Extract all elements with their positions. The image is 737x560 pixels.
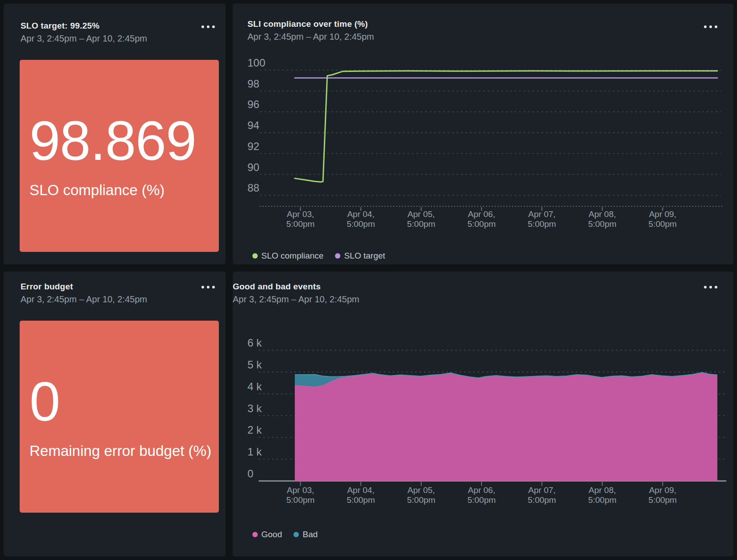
y-axis-label: 92 (247, 140, 260, 152)
panel-error-budget: Error budget Apr 3, 2:45pm – Apr 10, 2:4… (4, 272, 226, 556)
legend-dot-icon (335, 253, 340, 259)
legend-label: Bad (302, 530, 318, 539)
slo-compliance-value-label: SLO compliance (%) (29, 182, 219, 199)
chart-legend: SLO compliance SLO target (252, 251, 385, 261)
good-bad-events-chart[interactable]: 6 k5 k4 k3 k2 k1 k0Apr 03,5:00pmApr 04,5… (233, 272, 733, 556)
x-axis-label: Apr 09, (649, 485, 676, 495)
y-axis-label: 6 k (247, 337, 262, 349)
legend-dot-icon (252, 253, 258, 259)
panel-time-range: Apr 3, 2:45pm – Apr 10, 2:45pm (21, 33, 194, 44)
error-budget-card: 0 Remaining error budget (%) (20, 321, 219, 513)
legend-dot-icon (293, 532, 299, 537)
x-axis-label: 5:00pm (347, 219, 375, 229)
y-axis-label: 94 (247, 119, 260, 131)
x-axis-label: Apr 03, (287, 485, 314, 495)
panel-header: Error budget Apr 3, 2:45pm – Apr 10, 2:4… (4, 272, 226, 305)
panel-time-range: Apr 3, 2:45pm – Apr 10, 2:45pm (21, 294, 194, 305)
x-axis-label: 5:00pm (528, 219, 556, 229)
y-axis-label: 0 (247, 468, 253, 480)
panel-slo-target: SLO target: 99.25% Apr 3, 2:45pm – Apr 1… (4, 4, 226, 264)
x-axis-label: 5:00pm (286, 219, 314, 229)
x-axis-label: Apr 09, (649, 209, 676, 219)
y-axis-label: 100 (247, 57, 265, 69)
y-axis-label: 5 k (247, 359, 262, 371)
panel-time-range: Apr 3, 2:45pm – Apr 10, 2:45pm (247, 31, 702, 42)
x-axis-label: 5:00pm (286, 495, 314, 505)
slo-dashboard: SLO target: 99.25% Apr 3, 2:45pm – Apr 1… (0, 0, 737, 560)
x-axis-label: Apr 06, (468, 209, 495, 219)
chart-legend: Good Bad (252, 530, 318, 539)
series-line-slo-compliance (295, 71, 717, 182)
panel-header: SLI compliance over time (%) Apr 3, 2:45… (233, 4, 733, 42)
y-axis-label: 90 (247, 161, 260, 173)
x-axis-label: 5:00pm (467, 219, 495, 229)
panel-title: SLI compliance over time (%) (247, 19, 702, 29)
panel-good-bad-events: 6 k5 k4 k3 k2 k1 k0Apr 03,5:00pmApr 04,5… (233, 272, 733, 556)
x-axis-label: Apr 08, (589, 485, 616, 495)
legend-label: SLO compliance (261, 251, 323, 261)
x-axis-label: 5:00pm (588, 495, 616, 505)
y-axis-label: 96 (247, 98, 260, 110)
y-axis-label: 4 k (247, 380, 262, 393)
legend-label: Good (261, 530, 282, 539)
x-axis-label: Apr 07, (528, 209, 556, 219)
series-area-good (295, 373, 717, 481)
legend-item-slo-target[interactable]: SLO target (335, 251, 385, 261)
x-axis-label: Apr 07, (528, 485, 556, 495)
error-budget-value-label: Remaining error budget (%) (29, 443, 219, 460)
panel-sli-compliance-chart: 100989694929088Apr 03,5:00pmApr 04,5:00p… (233, 4, 733, 264)
x-axis-label: 5:00pm (649, 495, 677, 505)
legend-item-slo-compliance[interactable]: SLO compliance (252, 251, 323, 261)
error-budget-value: 0 (29, 374, 219, 429)
panel-title: Error budget (21, 281, 194, 292)
legend-item-good[interactable]: Good (252, 530, 282, 539)
slo-compliance-value: 98.869 (29, 113, 219, 168)
x-axis-label: Apr 03, (287, 209, 314, 219)
y-axis-label: 98 (247, 78, 260, 90)
sli-compliance-over-time-chart[interactable]: 100989694929088Apr 03,5:00pmApr 04,5:00p… (233, 4, 733, 264)
x-axis-label: 5:00pm (407, 495, 435, 505)
x-axis-label: Apr 06, (468, 485, 495, 495)
x-axis-label: Apr 08, (589, 209, 616, 219)
y-axis-label: 2 k (247, 424, 262, 436)
x-axis-label: Apr 05, (407, 209, 435, 219)
x-axis-label: 5:00pm (347, 495, 375, 505)
panel-title: Good and bad events (233, 281, 733, 292)
y-axis-label: 3 k (247, 402, 262, 414)
x-axis-label: Apr 04, (347, 209, 374, 219)
x-axis-label: Apr 05, (407, 485, 435, 495)
x-axis-label: 5:00pm (467, 495, 495, 505)
panel-time-range: Apr 3, 2:45pm – Apr 10, 2:45pm (233, 294, 733, 305)
slo-compliance-card: 98.869 SLO compliance (%) (20, 60, 219, 252)
legend-label: SLO target (344, 251, 385, 261)
x-axis-label: 5:00pm (407, 219, 435, 229)
x-axis-label: Apr 04, (347, 485, 374, 495)
x-axis-label: 5:00pm (588, 219, 616, 229)
legend-item-bad[interactable]: Bad (293, 530, 318, 539)
x-axis-label: 5:00pm (528, 495, 556, 505)
y-axis-label: 88 (247, 182, 260, 194)
panel-header: Good and bad events Apr 3, 2:45pm – Apr … (233, 272, 733, 305)
x-axis-label: 5:00pm (649, 219, 677, 229)
legend-dot-icon (252, 532, 258, 537)
y-axis-label: 1 k (247, 446, 262, 458)
panel-header: SLO target: 99.25% Apr 3, 2:45pm – Apr 1… (4, 4, 226, 44)
panel-title: SLO target: 99.25% (21, 21, 194, 31)
